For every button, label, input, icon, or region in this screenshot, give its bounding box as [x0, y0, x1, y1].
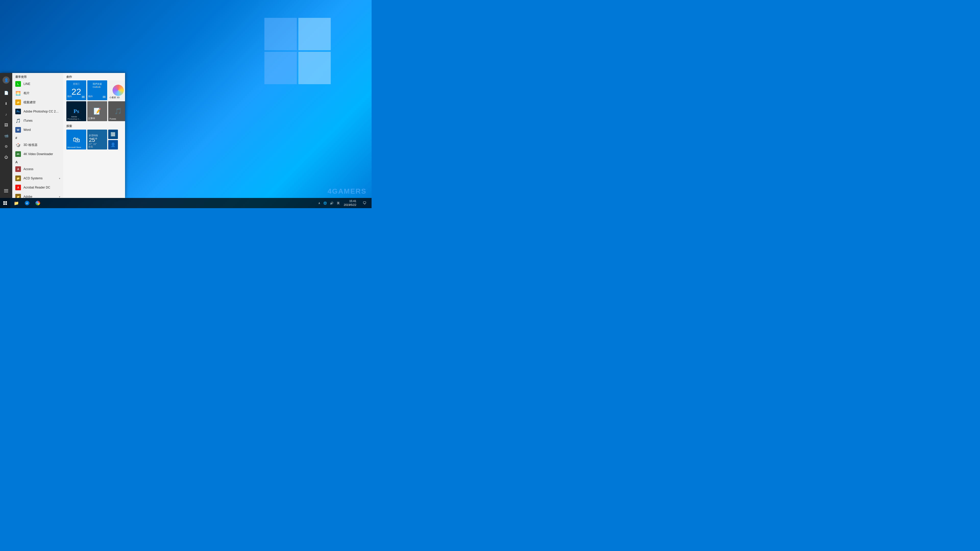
tile-calc[interactable]: 🔢: [108, 130, 118, 139]
start-sidebar: 👤 📄 ⬇ ♪ 🖼 📹 ⚙ ⏻: [0, 73, 12, 198]
3dviewer-icon: 🎲: [15, 142, 21, 148]
app-label-4kvideo: 4K Video Downloader: [24, 152, 53, 156]
app-item-access[interactable]: A Access: [12, 165, 63, 174]
sidebar-music[interactable]: ♪: [1, 109, 11, 119]
alpha-hash: #: [12, 135, 63, 140]
clock-time: 15:41: [344, 199, 356, 203]
photoshop-recent-icon: Ps: [15, 109, 21, 114]
taskbar-ie[interactable]: e: [22, 198, 32, 208]
app-item-acrobat[interactable]: A Acrobat Reader DC: [12, 183, 63, 192]
outlook-mail-icon: ✉: [103, 95, 106, 99]
app-item-4kvideo[interactable]: 4K 4K Video Downloader: [12, 149, 63, 159]
windows-start-icon: [3, 201, 7, 205]
taskbar-explorer[interactable]: 📁: [11, 198, 21, 208]
tile-store[interactable]: 🛍 Microsoft Store: [66, 130, 86, 149]
line-app-icon: L: [15, 81, 21, 87]
app-item-photoshop-recent[interactable]: Ps Adobe Photoshop CC 2019: [12, 107, 63, 116]
explore-tiles-row: 🛍 Microsoft Store 多雲時陰 25° 27° 22° 台北: [66, 130, 122, 149]
tile-remote[interactable]: 👤: [108, 140, 118, 149]
taskbar-pinned-icons: 📁 e: [11, 198, 43, 208]
photos-app-icon: 🌅: [15, 90, 21, 96]
notification-center[interactable]: 🗨: [360, 198, 369, 208]
remote-tile-icon: 👤: [110, 142, 116, 147]
tray-volume[interactable]: 🔊: [329, 201, 334, 205]
taskbar-chrome[interactable]: [33, 198, 43, 208]
cal-sublabel: 郵件: [67, 95, 72, 98]
app-label-explorer: 檔案總管: [24, 100, 36, 105]
video-icon: 📹: [4, 134, 8, 138]
app-item-adobe[interactable]: 📁 Adobe ▾: [12, 192, 63, 198]
tile-itunes[interactable]: 🎵 iTunes: [108, 101, 125, 121]
app-item-word[interactable]: W Word: [12, 125, 63, 135]
small-tiles-col: 🔢 👤: [108, 130, 118, 149]
music-icon: ♪: [5, 112, 7, 116]
adobe-arrow: ▾: [59, 195, 60, 198]
taskbar-clock[interactable]: 15:41 2019/5/22: [342, 199, 358, 208]
start-button[interactable]: [0, 198, 10, 208]
itunes-tile-label: iTunes: [109, 118, 116, 120]
explorer-taskbar-icon: 📁: [14, 201, 19, 206]
section-most-used: 最常使用: [12, 73, 63, 79]
weather-city: 台北: [88, 145, 93, 148]
tile-photoshop[interactable]: Ps AdobePhotoshop C...: [66, 101, 86, 121]
app-item-line[interactable]: L LINE: [12, 79, 63, 89]
app-item-explorer[interactable]: 📁 檔案總管: [12, 98, 63, 107]
app-label-adobe: Adobe: [24, 195, 32, 198]
sidebar-video[interactable]: 📹: [1, 130, 11, 141]
sidebar-downloads[interactable]: ⬇: [1, 98, 11, 109]
start-tiles: 創作 星期三 22 郵件 ✉ 我們支援Outlook 郵件 ✉: [63, 73, 125, 198]
profile-avatar: 👤: [3, 76, 10, 84]
ie-taskbar-icon: e: [25, 201, 29, 205]
tray-chevron[interactable]: ∧: [318, 201, 321, 205]
weather-hilo: 27° 22°: [89, 143, 97, 145]
app-label-line: LINE: [24, 82, 30, 86]
sidebar-documents[interactable]: 📄: [1, 88, 11, 98]
clock-date: 2019/5/22: [344, 203, 356, 207]
desktop: 4GAMERS 👤 📄 ⬇ ♪ 🖼 📹: [0, 0, 372, 208]
app-list: 最常使用 L LINE 🌅 相片 📁 檔案總管: [12, 73, 63, 198]
explorer-app-icon: 📁: [15, 100, 21, 105]
weather-temp: 25°: [89, 137, 97, 143]
app-label-acd: ACD Systems: [24, 176, 43, 180]
hamburger-icon: [4, 189, 8, 192]
desktop-windows-logo: [264, 18, 331, 84]
create-tiles-grid: 星期三 22 郵件 ✉ 我們支援Outlook 郵件 ✉ 小畫家 3D: [66, 80, 122, 121]
tray-network[interactable]: 🌐: [323, 201, 328, 205]
tile-calendar[interactable]: 星期三 22 郵件 ✉: [66, 80, 86, 100]
sidebar-hamburger[interactable]: [1, 186, 11, 196]
sidebar-profile[interactable]: 👤: [1, 75, 11, 85]
sidebar-pictures[interactable]: 🖼: [1, 120, 11, 130]
store-tile-icon: 🛍: [73, 135, 80, 144]
taskbar-tray: ∧ 🌐 🔊 英 15:41 2019/5/22 🗨: [318, 198, 372, 208]
downloads-icon: ⬇: [5, 102, 8, 106]
power-icon: ⏻: [4, 155, 8, 159]
calc-tile-icon: 🔢: [110, 132, 116, 137]
settings-icon: ⚙: [5, 144, 8, 148]
acd-arrow: ▾: [59, 177, 60, 180]
tile-weather[interactable]: 多雲時陰 25° 27° 22° 台北: [87, 130, 107, 149]
tile-outlook[interactable]: 我們支援Outlook 郵件 ✉: [87, 80, 107, 100]
photoshop-tile-label: AdobePhotoshop C...: [67, 116, 81, 120]
sidebar-power[interactable]: ⏻: [1, 152, 11, 162]
acd-icon: 📁: [15, 176, 21, 181]
app-item-3dviewer[interactable]: 🎲 3D 檢視器: [12, 140, 63, 149]
itunes-app-icon: 🎵: [15, 118, 21, 124]
store-tile-label: Microsoft Store: [67, 146, 81, 148]
app-item-photos[interactable]: 🌅 相片: [12, 89, 63, 98]
tile-notes[interactable]: 📝 記事本: [87, 101, 107, 121]
app-label-photos: 相片: [24, 91, 30, 95]
app-item-itunes[interactable]: 🎵 iTunes: [12, 116, 63, 125]
notes-tile-label: 記事本: [88, 117, 95, 120]
sidebar-settings[interactable]: ⚙: [1, 141, 11, 151]
access-icon: A: [15, 166, 21, 172]
start-menu: 👤 📄 ⬇ ♪ 🖼 📹 ⚙ ⏻: [0, 73, 125, 198]
app-label-photoshop-recent: Adobe Photoshop CC 2019: [24, 110, 60, 113]
app-label-acrobat: Acrobat Reader DC: [24, 186, 50, 189]
notes-tile-icon: 📝: [94, 108, 101, 115]
app-item-acd[interactable]: 📁 ACD Systems ▾: [12, 174, 63, 183]
app-label-word: Word: [24, 128, 30, 132]
outlook-sublabel: 郵件: [88, 95, 93, 98]
tile-paint3d[interactable]: 小畫家 3D: [108, 80, 125, 100]
tray-language[interactable]: 英: [336, 201, 341, 206]
tiles-explore-label: 探索: [66, 124, 122, 128]
